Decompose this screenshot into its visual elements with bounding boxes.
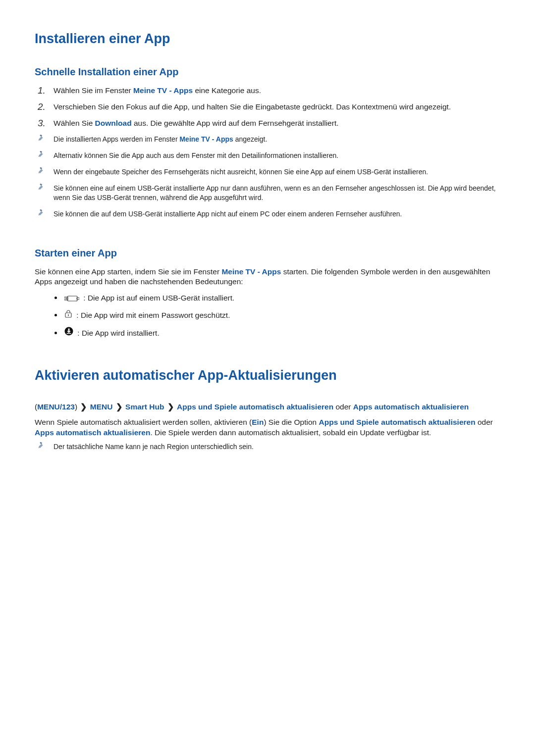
menu-path: (MENU/123) ❯ MENU ❯ Smart Hub ❯ Apps und… <box>35 402 500 412</box>
svg-rect-5 <box>66 298 67 299</box>
legend-item-lock: : Die App wird mit einem Passwort geschü… <box>64 310 500 321</box>
step-number: 2. <box>38 101 46 113</box>
section-title-auto-update: Aktivieren automatischer App-Aktualisier… <box>35 366 500 384</box>
note-item: Sie können die auf dem USB-Gerät install… <box>54 209 500 219</box>
chevron-right-icon: ❯ <box>115 403 123 411</box>
step-item: 2. Verschieben Sie den Fokus auf die App… <box>54 102 500 112</box>
step-text: Verschieben Sie den Fokus auf die App, u… <box>54 102 451 111</box>
note-text: Sie können eine auf einem USB-Gerät inst… <box>54 184 496 202</box>
note-item: Alternativ können Sie die App auch aus d… <box>54 151 500 160</box>
svg-rect-13 <box>67 333 71 334</box>
pencil-icon <box>38 184 45 191</box>
usb-icon <box>64 295 79 302</box>
legend-item-download: : Die App wird installiert. <box>64 328 500 339</box>
pencil-icon <box>38 167 45 174</box>
icon-legend-list: : Die App ist auf einem USB-Gerät instal… <box>35 293 500 339</box>
note-item: Die installierten Apps werden im Fenster… <box>54 135 500 144</box>
note-text: Alternativ können Sie die App auch aus d… <box>54 151 338 159</box>
document-page: Installieren einer App Schnelle Installa… <box>0 0 535 756</box>
subsection-title-quick-install: Schnelle Installation einer App <box>35 65 500 79</box>
svg-rect-9 <box>68 315 68 316</box>
step-item: 3. Wählen Sie Download aus. Die gewählte… <box>54 118 500 129</box>
step-number: 3. <box>38 117 46 130</box>
legend-text: : Die App wird mit einem Passwort geschü… <box>76 311 230 319</box>
step-number: 1. <box>38 84 46 97</box>
auto-update-body: Wenn Spiele automatisch aktualisiert wer… <box>35 417 500 438</box>
legend-text: : Die App ist auf einem USB-Gerät instal… <box>83 294 234 302</box>
step-text: Wählen Sie Download aus. Die gewählte Ap… <box>54 119 339 127</box>
install-notes-list: Die installierten Apps werden im Fenster… <box>35 135 500 218</box>
step-text: Wählen Sie im Fenster Meine TV - Apps ei… <box>54 86 261 95</box>
pencil-icon <box>38 151 45 158</box>
pencil-icon <box>38 209 45 216</box>
install-steps-list: 1. Wählen Sie im Fenster Meine TV - Apps… <box>35 86 500 129</box>
note-text: Sie können die auf dem USB-Gerät install… <box>54 210 402 218</box>
note-item: Wenn der eingebaute Speicher des Fernseh… <box>54 167 500 177</box>
pencil-icon <box>38 135 45 142</box>
note-item: Der tatsächliche Name kann je nach Regio… <box>35 442 500 452</box>
note-text: Der tatsächliche Name kann je nach Regio… <box>54 443 254 451</box>
pencil-icon <box>38 442 45 449</box>
legend-item-usb: : Die App ist auf einem USB-Gerät instal… <box>64 293 500 303</box>
chevron-right-icon: ❯ <box>166 403 175 411</box>
download-icon <box>64 327 73 339</box>
note-text: Wenn der eingebaute Speicher des Fernseh… <box>54 168 428 176</box>
lock-icon <box>64 309 72 321</box>
note-text: Die installierten Apps werden im Fenster… <box>54 135 267 143</box>
chevron-right-icon: ❯ <box>79 403 88 411</box>
note-item: Sie können eine auf einem USB-Gerät inst… <box>54 184 500 202</box>
step-item: 1. Wählen Sie im Fenster Meine TV - Apps… <box>54 86 500 96</box>
svg-rect-3 <box>67 296 77 301</box>
start-app-intro: Sie können eine App starten, indem Sie s… <box>35 267 500 288</box>
legend-text: : Die App wird installiert. <box>77 329 159 337</box>
svg-rect-11 <box>68 329 70 331</box>
subsection-title-start-app: Starten einer App <box>35 247 500 260</box>
section-title-install-app: Installieren einer App <box>35 30 500 48</box>
